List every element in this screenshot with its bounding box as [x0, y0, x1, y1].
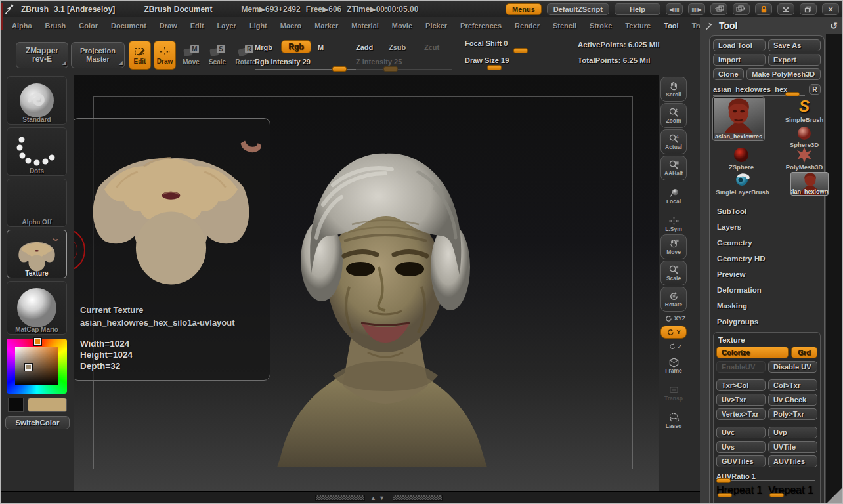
menu-brush[interactable]: Brush [39, 22, 73, 30]
move-button[interactable]: M Move [180, 41, 202, 70]
texture-thumb[interactable]: Texture [7, 230, 67, 278]
uvp-button[interactable]: Uvp [768, 427, 817, 438]
uv-check-button[interactable]: Uv Check [768, 394, 817, 406]
projection-master-button[interactable]: Projection Master ◢ [71, 42, 125, 68]
focal-shift-knob[interactable] [513, 48, 528, 53]
menu-draw[interactable]: Draw [153, 22, 184, 30]
local-button[interactable]: Local [660, 184, 687, 209]
vrepeat-slider[interactable]: Vrepeat 1 [768, 484, 817, 500]
cycle-window-back-icon[interactable] [710, 3, 727, 15]
uvtile-button[interactable]: UVTile [768, 441, 817, 453]
disable-uv-button[interactable]: Disable UV [768, 361, 817, 373]
hrepeat-knob[interactable] [718, 493, 732, 497]
document-canvas[interactable]: Current Texture asian_hexlowres_hex_silo… [74, 75, 659, 491]
grd-button[interactable]: Grd [791, 346, 817, 358]
tool-name-slider[interactable]: asian_hexlowres_hex_ R [713, 83, 821, 96]
restore-icon[interactable] [800, 3, 817, 15]
guvtiles-button[interactable]: GUVTiles [716, 455, 766, 467]
rotate-xyz-button[interactable]: XYZ [660, 312, 689, 324]
brush-standard-thumb[interactable]: Standard [7, 76, 67, 125]
menu-alpha[interactable]: Alpha [5, 22, 39, 30]
load-tool-button[interactable]: Load Tool [713, 39, 766, 51]
menu-picker[interactable]: Picker [419, 22, 454, 30]
zoom-button[interactable]: Zoom [660, 103, 687, 128]
lasso-button[interactable]: Lasso [660, 408, 687, 433]
colorize-button[interactable]: Colorize [716, 346, 789, 358]
menu-color[interactable]: Color [72, 22, 104, 30]
menu-layer[interactable]: Layer [211, 22, 243, 30]
strip-rotate-button[interactable]: Rotate [660, 287, 687, 312]
main-color-swatch[interactable] [28, 398, 67, 412]
save-as-button[interactable]: Save As [768, 39, 821, 51]
focal-shift-slider[interactable] [465, 51, 529, 51]
clone-button[interactable]: Clone [713, 68, 744, 80]
z-intensity-slider[interactable] [356, 69, 452, 70]
draw-size-slider[interactable] [465, 68, 529, 68]
vertex-txr-button[interactable]: Vertex>Txr [716, 408, 766, 420]
lsym-button[interactable]: L.Sym [660, 211, 687, 236]
section-masking[interactable]: Masking [714, 298, 819, 314]
draw-button[interactable]: Draw [154, 41, 176, 70]
menu-document[interactable]: Document [104, 22, 153, 30]
default-zscript-button[interactable]: DefaultZScript [547, 3, 609, 15]
tool-palette-header[interactable]: Tool ↺ [700, 17, 843, 34]
section-geometry[interactable]: Geometry [714, 235, 819, 251]
make-polymesh3d-button[interactable]: Make PolyMesh3D [746, 68, 821, 80]
auvratio-knob[interactable] [716, 478, 731, 483]
section-preview[interactable]: Preview [714, 266, 819, 282]
color-picker[interactable] [7, 339, 67, 394]
rgb-button[interactable]: Rgb [281, 40, 311, 53]
tray-scrollbar-left[interactable] [315, 495, 365, 501]
zmapper-button[interactable]: ZMapper rev-E ◢ [16, 42, 68, 68]
edit-button[interactable]: Edit [129, 41, 151, 70]
enableuv-button[interactable]: EnableUV [716, 361, 766, 373]
transp-button[interactable]: Transp [660, 381, 687, 406]
col-txr-button[interactable]: Col>Txr [768, 379, 817, 391]
rgb-intensity-knob[interactable] [332, 66, 347, 72]
aahalf-button[interactable]: AAHalf [660, 156, 687, 180]
zsub-button[interactable]: Zsub [389, 43, 406, 51]
alpha-off-thumb[interactable]: Alpha Off [7, 178, 67, 227]
menu-preferences[interactable]: Preferences [454, 22, 508, 30]
lock-icon[interactable] [755, 3, 772, 15]
tool-name-knob[interactable] [785, 92, 800, 96]
polymesh3d-item[interactable]: PolyMesh3D [781, 147, 827, 171]
prev-doc-icon[interactable]: ◀|||| [666, 3, 683, 15]
r-button[interactable]: R [809, 84, 821, 94]
poly-txr-button[interactable]: Poly>Txr [768, 408, 817, 420]
texture-subpalette-title[interactable]: Texture [718, 336, 817, 344]
menu-macro[interactable]: Macro [274, 22, 308, 30]
zsphere-item[interactable]: ZSphere [718, 147, 764, 171]
menu-marker[interactable]: Marker [308, 22, 345, 30]
next-doc-icon[interactable]: ||||▶ [688, 3, 705, 15]
auvratio-slider[interactable]: AUVRatio 1 [716, 470, 817, 484]
strip-scale-button[interactable]: Scale [660, 261, 687, 285]
uvc-button[interactable]: Uvc [716, 427, 766, 438]
stroke-dots-thumb[interactable]: Dots [7, 127, 67, 176]
frame-button[interactable]: Frame [660, 353, 687, 378]
asian-hexlowres-small-thumb[interactable]: asian_hexlowres [790, 172, 829, 196]
mrgb-button[interactable]: Mrgb [255, 43, 272, 51]
import-button[interactable]: Import [713, 54, 766, 66]
zadd-button[interactable]: Zadd [356, 43, 373, 51]
actual-button[interactable]: x1 Actual [660, 129, 687, 154]
scroll-button[interactable]: Scroll [660, 77, 687, 102]
rotate-y-button[interactable]: Y [660, 326, 687, 339]
hrepeat-slider[interactable]: Hrepeat 1 [716, 484, 766, 500]
uvs-button[interactable]: Uvs [716, 441, 766, 453]
menu-texture[interactable]: Texture [618, 22, 657, 30]
menus-button[interactable]: Menus [506, 3, 542, 15]
tray-scroll-arrows[interactable]: ▲▼ [365, 495, 393, 501]
reset-icon[interactable]: ↺ [830, 20, 838, 31]
menu-stroke[interactable]: Stroke [583, 22, 618, 30]
m-button[interactable]: M [318, 43, 324, 51]
matcap-thumb[interactable]: MatCap Mario [7, 281, 67, 335]
txr-col-button[interactable]: Txr>Col [716, 379, 766, 391]
hue-selector[interactable] [34, 338, 41, 345]
menu-render[interactable]: Render [508, 22, 546, 30]
current-tool-thumb[interactable]: asian_hexlowres [713, 97, 764, 140]
minimize-icon[interactable] [777, 3, 794, 15]
sculpt-head[interactable] [270, 126, 500, 467]
secondary-color-swatch[interactable] [8, 398, 24, 412]
help-button[interactable]: Help [615, 3, 660, 15]
